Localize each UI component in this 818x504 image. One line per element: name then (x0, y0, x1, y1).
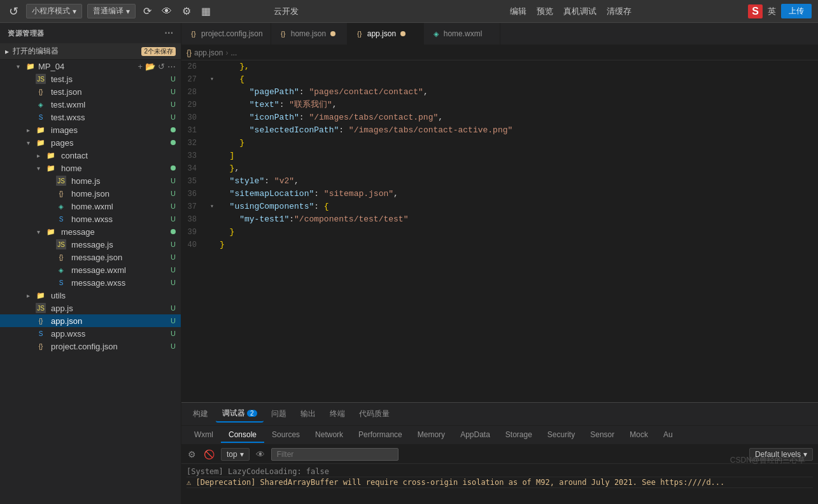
bottom-tabs: 构建 调试器2 问题 输出 终端 代码质量 (181, 403, 818, 426)
sidebar-header: 资源管理器 ⋯ (0, 23, 181, 43)
editor-breadcrumb: {} app.json › ... (181, 45, 818, 60)
mode-dropdown[interactable]: 小程序模式 ▾ (26, 4, 82, 18)
eye-icon[interactable]: 👁 (159, 4, 174, 18)
project-root[interactable]: ▾ 📁 MP_04 + 📂 ↺ ⋯ (0, 60, 181, 73)
open-editors-section[interactable]: ▸ 打开的编辑器 2个未保存 (0, 43, 181, 60)
bottom-tab-debugger[interactable]: 调试器2 (216, 405, 264, 423)
clear-icon[interactable]: 🚫 (202, 448, 216, 461)
top-toolbar: ↺ 小程序模式 ▾ 普通编译 ▾ ⟳ 👁 ⚙ ▦ 云开发 编辑 预览 真机调试 … (0, 0, 818, 23)
bottom-tab-terminal[interactable]: 终端 (323, 406, 351, 422)
debug-toolbar: ⚙ 🚫 top ▾ 👁 Default levels ▾ (181, 445, 818, 464)
code-editor[interactable]: 26 }, 27 ▾ { 28 "pagePath": "pages/conta… (181, 60, 818, 402)
code-line-32: 32 } (181, 137, 818, 150)
mode-label: 小程序模式 (32, 6, 70, 17)
tab-dot-app-json (400, 31, 405, 36)
tab-app-json[interactable]: {} app.json (348, 23, 424, 45)
refresh-btn[interactable]: ↺ (158, 62, 165, 71)
debug-tab-appdata[interactable]: AppData (453, 428, 498, 443)
sidebar-header-icons: ⋯ (164, 28, 174, 38)
bottom-tab-build[interactable]: 构建 (187, 406, 215, 422)
section-arrow: ▸ (5, 47, 9, 56)
lang-label: 英 (768, 6, 776, 17)
tab-project-config[interactable]: {} project.config.json (181, 23, 271, 45)
compile-label: 普通编译 (93, 6, 123, 17)
tree-item-homewxml[interactable]: ◈ home.wxml U (0, 200, 181, 213)
tab-label-project-config: project.config.json (201, 29, 263, 38)
s-logo: S (748, 4, 763, 18)
edit-label[interactable]: 编辑 (510, 6, 526, 17)
tree-item-homejs[interactable]: JS home.js U (0, 174, 181, 187)
tree-item-testwxml[interactable]: ◈ test.wxml U (0, 98, 181, 111)
refresh-icon[interactable]: ⟳ (141, 4, 154, 18)
bottom-tab-output[interactable]: 输出 (294, 406, 322, 422)
more-btn[interactable]: ⋯ (167, 62, 176, 71)
open-editors-label: 打开的编辑器 (13, 46, 59, 57)
tree-item-messagewxml[interactable]: ◈ message.wxml U (0, 263, 181, 276)
tree-item-pages[interactable]: ▾ 📁 pages (0, 136, 181, 149)
tab-home-json[interactable]: {} home.json (271, 23, 348, 45)
top-right: S 英 上传 (748, 4, 812, 18)
debug-tab-network[interactable]: Network (307, 428, 351, 443)
breadcrumb-sep: › (225, 48, 228, 57)
debug-tab-console[interactable]: Console (221, 428, 264, 443)
upload-btn[interactable]: 上传 (781, 4, 812, 18)
tab-home-wxml[interactable]: ◈ home.wxml (424, 23, 500, 45)
eye-filter-icon[interactable]: 👁 (255, 448, 266, 461)
tree-item-testjson[interactable]: {} test.json U (0, 85, 181, 98)
tree-item-messagewxss[interactable]: S message.wxss U (0, 276, 181, 289)
new-file-icon[interactable]: ⋯ (164, 28, 174, 38)
filter-icon[interactable]: ⚙ (187, 448, 197, 461)
filter-input[interactable] (271, 448, 398, 461)
debug-tab-memory[interactable]: Memory (410, 428, 453, 443)
compile-dropdown[interactable]: 普通编译 ▾ (87, 4, 136, 18)
new-file-btn[interactable]: + (138, 62, 143, 71)
bottom-tab-issues[interactable]: 问题 (265, 406, 293, 422)
tree-item-homejson[interactable]: {} home.json U (0, 187, 181, 200)
debug-tab-mock[interactable]: Mock (622, 428, 656, 443)
realtest-label[interactable]: 真机调试 (563, 6, 596, 17)
new-folder-btn[interactable]: 📂 (145, 62, 155, 71)
debug-tab-security[interactable]: Security (540, 428, 582, 443)
console-line-2: ⚠ [Deprecation] SharedArrayBuffer will r… (187, 477, 813, 488)
code-line-33: 33 ] (181, 150, 818, 162)
tree-item-homewxss[interactable]: S home.wxss U (0, 213, 181, 225)
tree-item-contact[interactable]: ▸ 📁 contact (0, 149, 181, 162)
center-tools: 云开发 编辑 预览 真机调试 清缓存 (274, 6, 631, 17)
tree-item-projectconfig[interactable]: {} project.config.json U (0, 340, 181, 353)
tree-item-message[interactable]: ▾ 📁 message (0, 225, 181, 238)
tree-item-appjson[interactable]: {} app.json U (0, 314, 181, 327)
yun-label[interactable]: 云开发 (274, 6, 299, 17)
editor-area: {} project.config.json {} home.json {} a… (181, 23, 818, 504)
debug-tab-performance[interactable]: Performance (351, 428, 410, 443)
debug-tab-storage[interactable]: Storage (498, 428, 540, 443)
console-line-1: [System] LazyCodeLoading: false (187, 466, 813, 477)
sidebar-title: 资源管理器 (8, 29, 45, 38)
tree-item-messagejson[interactable]: {} message.json U (0, 251, 181, 263)
compile-arrow: ▾ (126, 7, 130, 16)
tab-dot-home-json (330, 31, 335, 36)
tree-item-appwxss[interactable]: S app.wxss U (0, 327, 181, 340)
top-select[interactable]: top ▾ (221, 448, 250, 461)
grid-icon[interactable]: ▦ (199, 4, 213, 18)
tree-item-testwxss[interactable]: S test.wxss U (0, 111, 181, 123)
code-line-28: 28 "pagePath": "pages/contact/contact", (181, 86, 818, 99)
preview-label[interactable]: 预览 (537, 6, 553, 17)
debugger-badge: 2 (247, 410, 257, 417)
tree-item-images[interactable]: ▸ 📁 images (0, 123, 181, 136)
bottom-tab-quality[interactable]: 代码质量 (353, 406, 396, 422)
tree-item-appjs[interactable]: JS app.js U (0, 302, 181, 314)
tree-item-testjs[interactable]: JS test.js U (0, 73, 181, 85)
code-line-27: 27 ▾ { (181, 73, 818, 86)
format-icon[interactable]: ⚙ (180, 4, 194, 18)
debug-tab-au[interactable]: Au (656, 428, 680, 443)
debug-tab-sensor[interactable]: Sensor (582, 428, 622, 443)
app-icon[interactable]: ↺ (6, 3, 21, 20)
project-arrow: ▾ (13, 63, 23, 70)
default-levels[interactable]: Default levels ▾ (749, 448, 813, 461)
debug-tab-wxml[interactable]: Wxml (187, 428, 221, 443)
tree-item-messagejs[interactable]: JS message.js U (0, 238, 181, 251)
clear-label[interactable]: 清缓存 (607, 6, 631, 17)
debug-tab-sources[interactable]: Sources (264, 428, 307, 443)
tree-item-home[interactable]: ▾ 📁 home (0, 162, 181, 174)
tree-item-utils[interactable]: ▸ 📁 utils (0, 289, 181, 302)
